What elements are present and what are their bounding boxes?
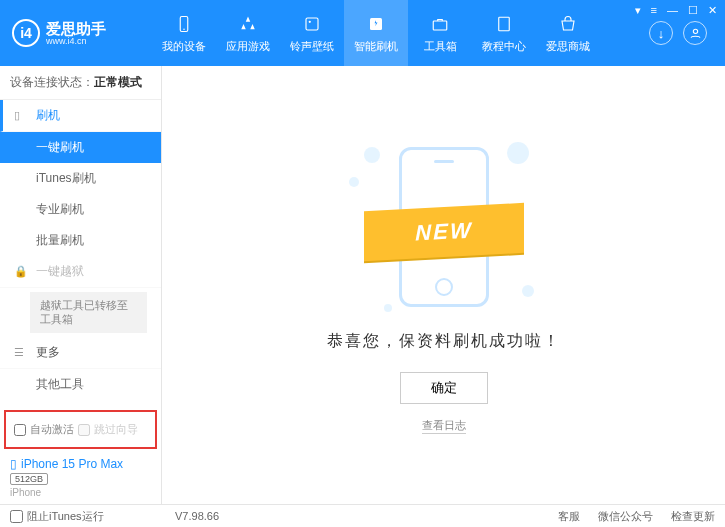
svg-rect-6 xyxy=(499,17,510,31)
toolbox-icon xyxy=(429,13,451,35)
window-controls: ▾ ≡ — ☐ ✕ xyxy=(635,4,717,17)
phone-small-icon: ▯ xyxy=(10,457,17,471)
device-icon: ▯ xyxy=(14,109,28,122)
top-nav: 我的设备 应用游戏 铃声壁纸 智能刷机 工具箱 教程中心 爱思商城 xyxy=(152,0,649,66)
menu-download-firmware[interactable]: 下载固件 xyxy=(0,400,161,408)
view-log-link[interactable]: 查看日志 xyxy=(422,418,466,434)
jailbreak-note: 越狱工具已转移至工具箱 xyxy=(30,292,147,333)
sidebar: 设备连接状态：正常模式 ▯ 刷机 一键刷机 iTunes刷机 专业刷机 批量刷机… xyxy=(0,66,162,504)
nav-flash[interactable]: 智能刷机 xyxy=(344,0,408,66)
new-ribbon: NEW xyxy=(364,202,524,260)
connection-status: 设备连接状态：正常模式 xyxy=(0,66,161,100)
version-label: V7.98.66 xyxy=(175,510,219,522)
menu-more-group[interactable]: ☰ 更多 xyxy=(0,337,161,369)
app-header: i4 爱思助手 www.i4.cn 我的设备 应用游戏 铃声壁纸 智能刷机 工具… xyxy=(0,0,725,66)
footer-update[interactable]: 检查更新 xyxy=(671,509,715,524)
menu-other-tools[interactable]: 其他工具 xyxy=(0,369,161,400)
apps-icon xyxy=(237,13,259,35)
menu-icon[interactable]: ▾ xyxy=(635,4,641,17)
menu-one-click-flash[interactable]: 一键刷机 xyxy=(0,132,161,163)
main-content: NEW 恭喜您，保资料刷机成功啦！ 确定 查看日志 xyxy=(162,66,725,504)
nav-tutorials[interactable]: 教程中心 xyxy=(472,0,536,66)
menu-flash-group[interactable]: ▯ 刷机 xyxy=(0,100,161,132)
device-name[interactable]: ▯ iPhone 15 Pro Max xyxy=(10,457,151,471)
footer-wechat[interactable]: 微信公众号 xyxy=(598,509,653,524)
book-icon xyxy=(493,13,515,35)
nav-store[interactable]: 爱思商城 xyxy=(536,0,600,66)
nav-toolbox[interactable]: 工具箱 xyxy=(408,0,472,66)
skip-guide-checkbox[interactable]: 跳过向导 xyxy=(78,422,138,437)
menu-pro-flash[interactable]: 专业刷机 xyxy=(0,194,161,225)
app-url: www.i4.cn xyxy=(46,36,106,46)
success-illustration: NEW xyxy=(344,137,544,317)
maximize-icon[interactable]: ☐ xyxy=(688,4,698,17)
device-storage: 512GB xyxy=(10,473,48,485)
nav-ringtones[interactable]: 铃声壁纸 xyxy=(280,0,344,66)
app-name: 爱思助手 xyxy=(46,21,106,36)
logo-icon: i4 xyxy=(12,19,40,47)
user-button[interactable] xyxy=(683,21,707,45)
device-info: ▯ iPhone 15 Pro Max 512GB iPhone xyxy=(0,451,161,504)
nav-apps[interactable]: 应用游戏 xyxy=(216,0,280,66)
success-message: 恭喜您，保资料刷机成功啦！ xyxy=(327,331,561,352)
close-icon[interactable]: ✕ xyxy=(708,4,717,17)
device-type: iPhone xyxy=(10,487,151,498)
download-button[interactable]: ↓ xyxy=(649,21,673,45)
logo: i4 爱思助手 www.i4.cn xyxy=(12,19,152,47)
phone-icon xyxy=(173,13,195,35)
options-row: 自动激活 跳过向导 xyxy=(4,410,157,449)
auto-activate-checkbox[interactable]: 自动激活 xyxy=(14,422,74,437)
svg-point-3 xyxy=(309,20,311,22)
svg-point-1 xyxy=(183,28,185,30)
svg-point-7 xyxy=(693,29,697,33)
wallpaper-icon xyxy=(301,13,323,35)
svg-rect-2 xyxy=(306,18,318,30)
more-icon: ☰ xyxy=(14,346,28,359)
block-itunes-checkbox[interactable]: 阻止iTunes运行 xyxy=(10,509,104,524)
flash-icon xyxy=(365,13,387,35)
nav-my-device[interactable]: 我的设备 xyxy=(152,0,216,66)
header-actions: ↓ xyxy=(649,21,707,45)
lock-icon: 🔒 xyxy=(14,265,28,278)
ok-button[interactable]: 确定 xyxy=(400,372,488,404)
menu-itunes-flash[interactable]: iTunes刷机 xyxy=(0,163,161,194)
settings-icon[interactable]: ≡ xyxy=(651,4,657,17)
store-icon xyxy=(557,13,579,35)
menu-batch-flash[interactable]: 批量刷机 xyxy=(0,225,161,256)
footer-support[interactable]: 客服 xyxy=(558,509,580,524)
menu-jailbreak-group[interactable]: 🔒 一键越狱 xyxy=(0,256,161,288)
footer: 阻止iTunes运行 V7.98.66 客服 微信公众号 检查更新 xyxy=(0,504,725,527)
minimize-icon[interactable]: — xyxy=(667,4,678,17)
svg-rect-5 xyxy=(433,21,447,30)
